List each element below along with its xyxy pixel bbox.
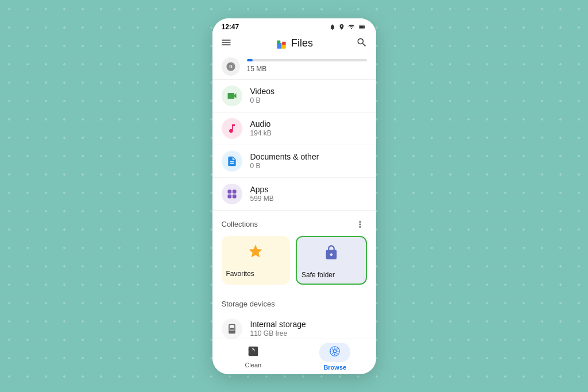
svg-rect-4 — [277, 42, 281, 48]
status-bar: 12:47 — [212, 18, 376, 33]
storage-bar-container: 15 MB — [247, 59, 367, 73]
phone-frame: 12:47 Files — [212, 18, 376, 374]
internal-storage-info: Internal storage 110 GB free — [250, 320, 367, 337]
svg-rect-5 — [277, 40, 280, 44]
file-row-documents[interactable]: Documents & other 0 B — [212, 145, 376, 178]
nav-item-clean[interactable]: Clean — [212, 339, 295, 374]
videos-icon — [222, 86, 242, 106]
documents-info: Documents & other 0 B — [250, 152, 367, 170]
svg-rect-7 — [282, 41, 286, 45]
internal-storage-row[interactable]: Internal storage 110 GB free — [212, 313, 376, 339]
app-title: Files — [275, 37, 313, 50]
favorites-icon-area — [222, 236, 291, 267]
nav-item-browse[interactable]: Browse — [294, 339, 376, 374]
status-time: 12:47 — [222, 23, 239, 31]
storage-devices-header: Storage devices — [212, 293, 376, 313]
collections-more-button[interactable] — [353, 218, 367, 231]
favorites-label: Favorites — [222, 267, 291, 282]
svg-rect-1 — [364, 26, 365, 28]
file-row-apps[interactable]: Apps 599 MB — [212, 178, 376, 211]
browse-nav-label: Browse — [323, 364, 346, 371]
location-icon — [338, 24, 345, 30]
documents-size: 0 B — [250, 162, 367, 170]
file-row-audio[interactable]: Audio 194 kB — [212, 112, 376, 145]
documents-icon — [222, 151, 242, 172]
favorites-card[interactable]: Favorites — [222, 236, 291, 285]
internal-storage-name: Internal storage — [250, 320, 367, 329]
apps-size: 599 MB — [250, 195, 367, 203]
storage-bar-fill — [247, 59, 253, 61]
safe-folder-icon-area — [297, 237, 366, 269]
svg-rect-6 — [281, 44, 286, 49]
internal-storage-icon — [222, 319, 242, 339]
collections-row: Favorites Safe folder — [212, 236, 376, 293]
audio-size: 194 kB — [250, 129, 367, 137]
collections-title: Collections — [222, 220, 258, 228]
menu-button[interactable] — [220, 37, 232, 51]
apps-icon — [222, 184, 242, 204]
top-app-bar: Files — [212, 33, 376, 54]
videos-info: Videos 0 B — [250, 87, 367, 104]
audio-info: Audio 194 kB — [250, 119, 367, 137]
videos-size: 0 B — [250, 96, 367, 104]
audio-name: Audio — [250, 119, 367, 129]
battery-icon — [358, 24, 367, 30]
wifi-icon — [347, 24, 355, 30]
safe-folder-card[interactable]: Safe folder — [296, 236, 367, 285]
clean-icon-wrap — [247, 345, 260, 360]
storage-usage-row[interactable]: 15 MB — [212, 54, 376, 80]
videos-name: Videos — [250, 87, 367, 96]
clean-nav-label: Clean — [245, 362, 261, 368]
browse-icon-wrap — [319, 343, 350, 362]
bottom-nav: Clean Browse — [212, 339, 376, 374]
files-logo-icon — [275, 37, 288, 50]
internal-storage-detail: 110 GB free — [250, 329, 367, 337]
notification-icon — [329, 24, 336, 30]
collections-header: Collections — [212, 211, 376, 236]
svg-rect-2 — [359, 25, 364, 28]
svg-point-8 — [334, 350, 337, 353]
apps-name: Apps — [250, 185, 367, 194]
file-row-videos[interactable]: Videos 0 B — [212, 80, 376, 112]
storage-usage-icon — [222, 57, 240, 76]
storage-devices-title: Storage devices — [222, 300, 275, 308]
search-button[interactable] — [356, 37, 368, 51]
apps-info: Apps 599 MB — [250, 185, 367, 203]
storage-used-text: 15 MB — [247, 65, 267, 73]
main-content: 15 MB Videos 0 B Audio — [212, 54, 376, 339]
audio-icon — [222, 118, 242, 139]
documents-name: Documents & other — [250, 152, 367, 161]
status-icons — [329, 24, 367, 30]
safe-folder-label: Safe folder — [297, 269, 366, 284]
storage-progress-bar — [247, 59, 367, 61]
